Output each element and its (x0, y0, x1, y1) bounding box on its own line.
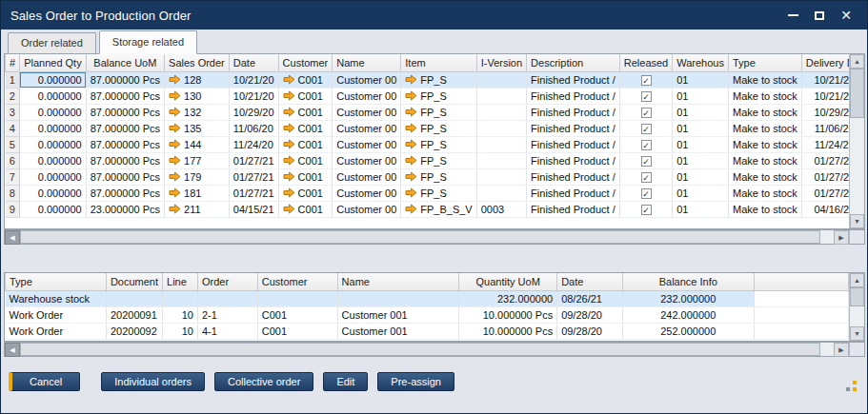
released-checkbox[interactable]: ✓ (641, 156, 652, 167)
cell-planned-qty[interactable]: 0.000000 (20, 88, 87, 104)
column-header-filler[interactable] (754, 273, 848, 290)
table-row[interactable]: Work Order20200092104-1C001Customer 0011… (6, 323, 849, 339)
cell-order[interactable]: 2-1 (197, 306, 257, 323)
cell-planned-qty[interactable]: 0.000000 (20, 104, 87, 120)
cell-customer[interactable]: C001 (278, 136, 333, 152)
cell-date[interactable]: 04/15/21 (229, 201, 278, 217)
link-arrow-icon[interactable] (405, 171, 417, 183)
cell-sales-order[interactable]: 135 (165, 120, 230, 136)
cell-document[interactable]: 20200092 (106, 323, 162, 339)
cell-type[interactable]: Make to stock (728, 71, 801, 88)
cell-name[interactable]: Customer 00 (333, 88, 401, 104)
cell-i-version[interactable] (476, 152, 526, 168)
cell-type[interactable]: Make to stock (728, 88, 801, 104)
cancel-button[interactable]: Cancel (9, 372, 80, 391)
cell-customer[interactable]: C001 (278, 104, 333, 120)
cell-name[interactable]: Customer 00 (333, 185, 401, 201)
cell-warehouse[interactable]: 01 (673, 185, 729, 201)
pre-assign-button[interactable]: Pre-assign (377, 372, 454, 391)
cell-row-num[interactable]: 1 (6, 71, 20, 88)
link-arrow-icon[interactable] (283, 155, 295, 167)
cell-customer[interactable]: C001 (278, 201, 333, 217)
cell-planned-qty[interactable]: 0.000000 (20, 185, 87, 201)
cell-item[interactable]: FP_S (401, 185, 476, 201)
cell-document[interactable] (106, 290, 162, 306)
released-checkbox[interactable]: ✓ (641, 75, 652, 86)
cell-date[interactable]: 10/29/20 (229, 104, 278, 120)
cell-date[interactable]: 09/28/20 (557, 306, 623, 323)
released-checkbox[interactable]: ✓ (641, 205, 652, 215)
link-arrow-icon[interactable] (169, 171, 181, 183)
cell-i-version[interactable] (476, 185, 526, 201)
scroll-left-button[interactable]: ◀ (5, 343, 20, 357)
column-header-name[interactable]: Name (337, 273, 459, 290)
cell-item[interactable]: FP_S (401, 71, 476, 88)
cell-delivery-date[interactable]: 01/27/21 (801, 152, 849, 168)
table-row[interactable]: Work Order20200091102-1C001Customer 0011… (6, 306, 849, 323)
cell-customer[interactable]: C001 (278, 120, 333, 136)
cell-warehouse[interactable]: 01 (673, 88, 729, 104)
column-header-date[interactable]: Date (229, 54, 278, 71)
cell-i-version[interactable] (476, 120, 526, 136)
cell-planned-qty[interactable]: 0.000000 (20, 136, 87, 152)
cell-released[interactable]: ✓ (619, 152, 672, 168)
scroll-thumb[interactable] (20, 230, 820, 244)
released-checkbox[interactable]: ✓ (641, 124, 652, 134)
cell-balance-uom[interactable]: 87.000000 Pcs (86, 88, 164, 104)
cell-planned-qty[interactable]: 0.000000 (20, 120, 87, 136)
cell-delivery-date[interactable]: 04/16/21 (801, 201, 849, 217)
cell-row-num[interactable]: 4 (6, 120, 20, 136)
scroll-left-button[interactable]: ◀ (5, 230, 20, 245)
tab-storage-related[interactable]: Storage related (99, 30, 197, 54)
cell-customer[interactable]: C001 (278, 152, 333, 168)
cell-item[interactable]: FP_S (401, 120, 476, 136)
cell-date[interactable]: 10/21/20 (229, 88, 278, 104)
cell-row-num[interactable]: 9 (6, 201, 20, 217)
cell-quantity-uom[interactable]: 10.000000 Pcs (459, 323, 557, 339)
scroll-track[interactable] (850, 306, 864, 326)
cell-type[interactable]: Make to stock (728, 185, 801, 201)
cell-type[interactable]: Make to stock (728, 104, 801, 120)
cell-balance-uom[interactable]: 87.000000 Pcs (86, 120, 164, 136)
link-arrow-icon[interactable] (405, 204, 417, 215)
column-header-quantity-uom[interactable]: Quantity UoM (459, 273, 557, 290)
table-row[interactable]: 10.00000087.000000 Pcs12810/21/20C001Cus… (6, 71, 850, 88)
cell-type[interactable]: Make to stock (728, 152, 801, 168)
link-arrow-icon[interactable] (169, 90, 181, 102)
cell-name[interactable]: Customer 00 (333, 71, 401, 88)
cell-i-version[interactable] (476, 168, 526, 185)
cell-description[interactable]: Finished Product / (527, 168, 620, 185)
cell-description[interactable]: Finished Product / (527, 104, 620, 120)
scroll-track[interactable] (820, 230, 834, 244)
column-header-document[interactable]: Document (106, 273, 162, 290)
column-header-line[interactable]: Line (163, 273, 198, 290)
column-header-sales-order[interactable]: Sales Order (165, 54, 230, 71)
table-row[interactable]: 40.00000087.000000 Pcs13511/06/20C001Cus… (6, 120, 850, 136)
column-header-name[interactable]: Name (333, 54, 401, 71)
edit-button[interactable]: Edit (323, 372, 368, 391)
cell-warehouse[interactable]: 01 (673, 104, 729, 120)
cell-name[interactable]: Customer 00 (333, 201, 401, 217)
cell-line[interactable] (163, 290, 198, 306)
maximize-button[interactable] (806, 1, 833, 30)
cell-planned-qty[interactable]: 0.000000 (20, 71, 87, 88)
cell-sales-order[interactable]: 181 (165, 185, 230, 201)
link-arrow-icon[interactable] (283, 171, 295, 183)
minimize-button[interactable] (779, 1, 806, 30)
link-arrow-icon[interactable] (405, 90, 417, 102)
cell-balance-uom[interactable]: 87.000000 Pcs (86, 104, 164, 120)
scroll-track[interactable] (820, 343, 834, 356)
table-row[interactable]: 50.00000087.000000 Pcs14411/24/20C001Cus… (6, 136, 850, 152)
cell-sales-order[interactable]: 177 (165, 152, 230, 168)
cell-sales-order[interactable]: 130 (165, 88, 230, 104)
scroll-right-button[interactable]: ▶ (834, 230, 849, 245)
scroll-thumb[interactable] (850, 287, 864, 306)
orders-horizontal-scrollbar[interactable]: ◀ ▶ (4, 229, 865, 245)
cell-date[interactable]: 01/27/21 (229, 168, 278, 185)
column-header-warehouse[interactable]: Warehous (673, 54, 729, 71)
cell-released[interactable]: ✓ (619, 88, 672, 104)
cell-item[interactable]: FP_B_S_V (401, 201, 476, 217)
scroll-track[interactable] (850, 118, 864, 214)
cell-warehouse[interactable]: 01 (673, 152, 729, 168)
link-arrow-icon[interactable] (169, 107, 181, 118)
